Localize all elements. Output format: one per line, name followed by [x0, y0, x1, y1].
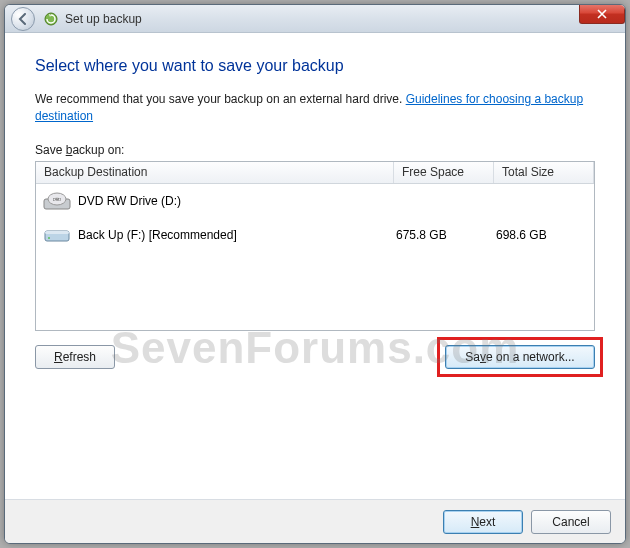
col-destination[interactable]: Backup Destination — [36, 162, 394, 183]
recommend-text: We recommend that you save your backup o… — [35, 91, 595, 125]
footer: Next Cancel — [5, 499, 625, 543]
row-total: 698.6 GB — [488, 228, 588, 242]
row-free: 675.8 GB — [388, 228, 488, 242]
list-header: Backup Destination Free Space Total Size — [36, 162, 594, 184]
content-area: Select where you want to save your backu… — [5, 33, 625, 499]
hdd-icon — [42, 223, 72, 247]
save-on-network-button[interactable]: Save on a network... — [445, 345, 595, 369]
close-button[interactable] — [579, 4, 625, 24]
save-label: Save backup on: — [35, 143, 595, 157]
svg-rect-6 — [45, 231, 69, 234]
destination-list[interactable]: Backup Destination Free Space Total Size… — [35, 161, 595, 331]
titlebar: Set up backup — [5, 5, 625, 33]
dvd-drive-icon: DVD — [42, 189, 72, 213]
wizard-window: Set up backup Select where you want to s… — [4, 4, 626, 544]
row-name: DVD RW Drive (D:) — [78, 194, 181, 208]
backup-icon — [43, 11, 59, 27]
list-row-dvd[interactable]: DVD DVD RW Drive (D:) — [36, 184, 594, 218]
col-free-space[interactable]: Free Space — [394, 162, 494, 183]
window-title: Set up backup — [65, 12, 142, 26]
page-heading: Select where you want to save your backu… — [35, 57, 595, 75]
list-row-hdd[interactable]: Back Up (F:) [Recommended] 675.8 GB 698.… — [36, 218, 594, 252]
back-button[interactable] — [11, 7, 35, 31]
recommend-msg: We recommend that you save your backup o… — [35, 92, 406, 106]
svg-point-7 — [48, 237, 50, 239]
cancel-button[interactable]: Cancel — [531, 510, 611, 534]
action-row: Refresh Save on a network... — [35, 345, 595, 369]
svg-text:DVD: DVD — [53, 197, 62, 202]
col-total-size[interactable]: Total Size — [494, 162, 594, 183]
row-name: Back Up (F:) [Recommended] — [78, 228, 237, 242]
refresh-button[interactable]: Refresh — [35, 345, 115, 369]
next-button[interactable]: Next — [443, 510, 523, 534]
